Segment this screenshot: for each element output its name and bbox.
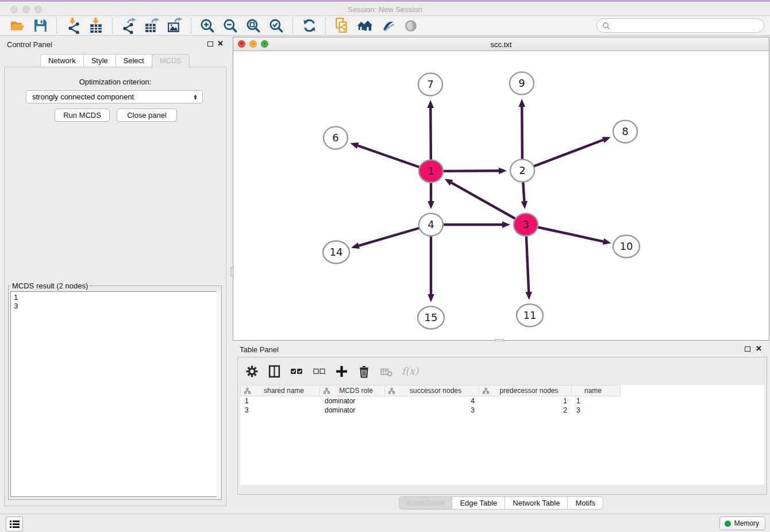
table-cell: 3 <box>572 406 621 415</box>
graph-node-label-1: 1 <box>428 165 434 177</box>
zoom-fit-icon[interactable] <box>245 17 262 34</box>
toolbar-separator <box>56 18 57 34</box>
float-panel-icon[interactable] <box>207 41 213 47</box>
column-header-name[interactable]: name <box>572 385 621 396</box>
tab-select[interactable]: Select <box>116 54 152 67</box>
graph-edge-arrowhead <box>603 238 611 245</box>
export-image-icon[interactable] <box>166 17 183 34</box>
list-icon <box>10 520 20 529</box>
float-table-panel-icon[interactable] <box>745 346 750 352</box>
graph-edge-3-1[interactable] <box>452 183 526 225</box>
table-cell: 4 <box>385 396 479 406</box>
close-panel-button[interactable]: Close panel <box>117 109 177 122</box>
table-panel-tabs: Node TableEdge TableNetwork TableMotifs <box>233 496 770 510</box>
graph-edge-arrowhead <box>525 292 532 300</box>
node-table: shared nameMCDS rolesuccessor nodesprede… <box>240 385 764 485</box>
graph-node-label-4: 4 <box>428 218 434 230</box>
table-panel-title: Table Panel <box>240 345 279 354</box>
save-session-icon[interactable] <box>32 17 49 34</box>
dropdown-stepper-icon: ▲▼ <box>193 94 198 100</box>
zoom-in-icon[interactable] <box>199 17 216 34</box>
close-panel-icon[interactable]: ✕ <box>217 39 224 48</box>
network-window-titlebar[interactable]: ✕ − + scc.txt <box>233 37 769 51</box>
import-table-icon[interactable] <box>87 17 105 34</box>
home-icon[interactable] <box>356 17 374 34</box>
table-tab-network-table[interactable]: Network Table <box>505 496 568 510</box>
graph-node-label-15: 15 <box>425 311 438 323</box>
table-row[interactable]: 3dominator323 <box>240 406 764 415</box>
refresh-icon[interactable] <box>301 17 318 34</box>
toolbar-separator <box>112 18 113 34</box>
memory-label: Memory <box>734 519 759 527</box>
result-scrollbar[interactable] <box>217 291 221 499</box>
search-field[interactable] <box>596 18 764 33</box>
network-canvas[interactable]: 7968124314101511 <box>233 51 769 340</box>
graph-node-label-11: 11 <box>523 309 537 321</box>
graph-node-label-9: 9 <box>518 77 525 89</box>
column-header-successor-nodes[interactable]: successor nodes <box>385 385 479 396</box>
mcds-result-title: MCDS result (2 nodes) <box>11 282 89 290</box>
graph-edge-2-8[interactable] <box>522 140 603 171</box>
toolbar-separator <box>325 18 326 34</box>
toolbar-separator <box>191 18 191 34</box>
run-mcds-button[interactable]: Run MCDS <box>55 109 110 122</box>
table-panel: Table Panel ✕ <box>233 342 770 514</box>
delete-table-icon-disabled <box>379 364 393 378</box>
copy-style-icon[interactable] <box>333 17 351 34</box>
table-tab-motifs[interactable]: Motifs <box>567 496 603 510</box>
open-session-icon[interactable] <box>9 17 26 34</box>
table-cell: 1 <box>479 396 572 406</box>
import-network-icon[interactable] <box>64 17 82 34</box>
table-cell: dominator <box>320 406 385 415</box>
optimization-label: Optimization criterion: <box>5 78 226 86</box>
tab-style[interactable]: Style <box>83 54 116 67</box>
select-all-icon[interactable] <box>290 364 303 378</box>
export-table-icon[interactable] <box>143 17 160 34</box>
mcds-result-text[interactable]: 1 3 <box>10 291 219 497</box>
show-column-icon[interactable] <box>267 364 281 378</box>
table-toolbar: f(x) <box>245 361 418 381</box>
table-tab-edge-table[interactable]: Edge Table <box>452 496 505 510</box>
optimization-dropdown[interactable]: strongly connected component ▲▼ <box>26 90 203 103</box>
column-header-predecessor-nodes[interactable]: predecessor nodes <box>479 385 572 396</box>
graph-node-label-2: 2 <box>519 164 525 176</box>
task-history-button[interactable] <box>6 516 23 531</box>
splitter-handle-vertical[interactable] <box>230 267 234 276</box>
table-cell: 1 <box>240 396 320 406</box>
deselect-all-icon[interactable] <box>312 364 326 378</box>
table-header-row: shared nameMCDS rolesuccessor nodesprede… <box>240 385 764 396</box>
network-window-title: scc.txt <box>233 40 769 49</box>
function-builder-icon: f(x) <box>402 365 418 377</box>
search-icon <box>602 22 610 30</box>
table-cell: 1 <box>572 396 621 406</box>
main-toolbar <box>0 16 770 36</box>
graph-node-label-6: 6 <box>332 132 338 144</box>
hide-graphics-details-icon[interactable] <box>402 17 419 34</box>
memory-button[interactable]: Memory <box>719 516 765 530</box>
column-header-shared-name[interactable]: shared name <box>240 385 320 396</box>
column-header-MCDS-role[interactable]: MCDS role <box>320 385 385 396</box>
control-panel-title: Control Panel <box>7 40 52 49</box>
table-tab-node-table[interactable]: Node Table <box>399 496 453 510</box>
table-cell: dominator <box>320 396 385 406</box>
graph-edge-arrowhead <box>518 99 525 107</box>
tab-mcds[interactable]: MCDS <box>152 54 190 68</box>
export-network-icon[interactable] <box>120 17 137 34</box>
table-row[interactable]: 1dominator411 <box>240 396 764 406</box>
table-body: 1dominator4113dominator323 <box>240 396 764 415</box>
graph-node-label-7: 7 <box>427 78 433 90</box>
graph-edge-arrowhead <box>499 167 507 174</box>
delete-trash-icon[interactable] <box>357 364 371 378</box>
tab-network[interactable]: Network <box>40 54 84 67</box>
add-icon[interactable] <box>334 364 348 378</box>
search-input[interactable] <box>613 20 764 32</box>
zoom-out-icon[interactable] <box>222 17 239 34</box>
graph-node-label-14: 14 <box>330 246 343 258</box>
zoom-selected-icon[interactable] <box>268 17 285 34</box>
graph-edge-arrowhead <box>502 221 510 228</box>
optimization-dropdown-value: strongly connected component <box>32 92 134 101</box>
close-table-panel-icon[interactable]: ✕ <box>756 344 762 353</box>
show-graphics-details-icon[interactable] <box>379 17 396 34</box>
graph-edge-arrowhead <box>428 201 434 209</box>
table-settings-gear-icon[interactable] <box>245 364 259 378</box>
